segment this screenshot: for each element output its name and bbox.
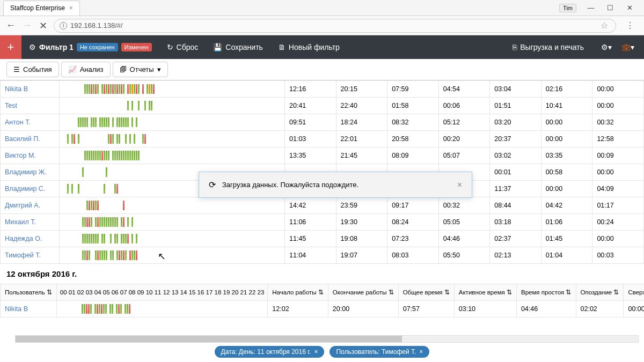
list-icon: ☰ xyxy=(13,65,20,73)
user-cell[interactable]: Nikita B xyxy=(1,81,60,98)
horizontal-scrollbar[interactable] xyxy=(15,335,639,343)
chip-date[interactable]: Дата: День: 11 октября 2016 г. × xyxy=(215,346,325,358)
sub-toolbar: ☰ События 📈 Анализ 🗐 Отчеты ▾ xyxy=(0,59,644,80)
value-cell: 00:00 xyxy=(541,181,592,197)
user-cell[interactable]: Антон Т. xyxy=(1,114,60,131)
timeline-cell xyxy=(60,147,285,164)
new-filter-button[interactable]: 🗎 Новый фильтр xyxy=(270,43,347,51)
filter-chips: Дата: День: 11 октября 2016 г. × Пользов… xyxy=(0,344,644,360)
chip-user[interactable]: Пользователь: Тимофей Т. × xyxy=(330,346,429,358)
chip-close-icon[interactable]: × xyxy=(419,348,423,356)
back-button[interactable]: ← xyxy=(5,20,16,31)
user-cell[interactable]: Владимир С. xyxy=(1,181,60,197)
filter-menu[interactable]: ⚙ Фильтр 1 Не сохранен Изменен xyxy=(21,43,159,51)
add-button[interactable]: + xyxy=(0,35,21,59)
value-cell: 00:00 xyxy=(592,81,644,98)
value-cell: 00:24 xyxy=(592,214,644,231)
value-cell: 05:12 xyxy=(438,114,490,131)
col-user[interactable]: Пользователь ⇅ xyxy=(1,284,57,301)
value-cell: 10:41 xyxy=(541,98,592,114)
value-cell: 00:32 xyxy=(438,197,490,214)
value-cell: 01:03 xyxy=(285,131,336,147)
col-start[interactable]: Начало работы ⇅ xyxy=(268,284,328,301)
value-cell: 03:04 xyxy=(490,81,541,98)
browser-menu-button[interactable]: ⋮ xyxy=(621,20,639,31)
tab-reports[interactable]: 🗐 Отчеты ▾ xyxy=(113,62,168,77)
value-cell: 12:16 xyxy=(285,81,336,98)
dialog-close-button[interactable]: × xyxy=(457,180,462,190)
user-cell[interactable]: Test xyxy=(1,98,60,114)
value-cell: 02:16 xyxy=(541,81,592,98)
col-end[interactable]: Окончание работы ⇅ xyxy=(328,284,398,301)
forward-button[interactable]: → xyxy=(21,20,32,31)
chevron-down-icon: ▾ xyxy=(157,65,161,73)
value-cell: 22:40 xyxy=(336,98,387,114)
address-bar: ← → ✕ i 192.168.1.138/#/ ☆ ⋮ xyxy=(0,16,644,35)
save-icon: 💾 xyxy=(213,43,222,51)
info-icon[interactable]: i xyxy=(60,22,67,29)
table-row: Nikita B12:1620:1507:5904:5403:0402:1600… xyxy=(1,81,644,98)
user-cell[interactable]: Владимир Ж. xyxy=(1,164,60,181)
value-cell: 04:54 xyxy=(438,81,490,98)
user-cell[interactable]: Nikita B xyxy=(1,301,57,317)
briefcase-icon[interactable]: 💼▾ xyxy=(621,43,634,51)
chart-icon: 📈 xyxy=(68,65,77,73)
value-cell: 09:51 xyxy=(285,114,336,131)
bookmark-icon[interactable]: ☆ xyxy=(601,20,608,31)
tab-title: Staffcop Enterprise xyxy=(10,4,65,12)
value-cell: 09:17 xyxy=(387,197,439,214)
loading-dialog: ⟳ Загрузка данных. Пожалуйста подождите.… xyxy=(199,172,472,198)
settings-icon[interactable]: ⚙▾ xyxy=(601,43,612,51)
col-total[interactable]: Общее время ⇅ xyxy=(398,284,454,301)
col-overtime[interactable]: Сверхурочные ⇅ xyxy=(624,284,644,301)
value-cell: 11:45 xyxy=(285,231,336,247)
col-active[interactable]: Активное время ⇅ xyxy=(454,284,516,301)
filter-label: Фильтр 1 xyxy=(39,43,74,51)
stop-button[interactable]: ✕ xyxy=(38,20,48,32)
value-cell: 08:09 xyxy=(387,147,439,164)
value-cell: 21:45 xyxy=(336,147,387,164)
close-window-button[interactable]: ✕ xyxy=(620,2,639,14)
user-cell[interactable]: Василий П. xyxy=(1,131,60,147)
value-cell: 20:15 xyxy=(336,81,387,98)
col-late[interactable]: Опоздание ⇅ xyxy=(576,284,624,301)
value-cell: 02:02 xyxy=(576,301,624,317)
tab-analysis[interactable]: 📈 Анализ xyxy=(61,62,111,77)
user-badge: Tim xyxy=(559,4,576,12)
user-cell[interactable]: Тимофей Т. xyxy=(1,247,60,264)
user-cell[interactable]: Михаил Т. xyxy=(1,214,60,231)
value-cell: 11:37 xyxy=(490,181,541,197)
report-table-2: Пользователь ⇅00 01 02 03 04 05 06 07 08… xyxy=(0,284,644,317)
value-cell: 20:37 xyxy=(490,131,541,147)
minimize-button[interactable]: — xyxy=(582,2,600,14)
tab-events[interactable]: ☰ События xyxy=(6,62,59,77)
user-cell[interactable]: Виктор М. xyxy=(1,147,60,164)
value-cell: 18:24 xyxy=(336,114,387,131)
table-row: Дмитрий А.14:4223:5909:1700:3208:4404:42… xyxy=(1,197,644,214)
url-input[interactable]: i 192.168.1.138/#/ ☆ xyxy=(54,19,616,33)
timeline-cell xyxy=(60,81,285,98)
maximize-button[interactable]: ☐ xyxy=(601,2,619,14)
value-cell: 11:04 xyxy=(285,247,336,264)
value-cell: 01:45 xyxy=(541,231,592,247)
loading-text: Загрузка данных. Пожалуйста подождите. xyxy=(222,181,358,189)
browser-tab[interactable]: Staffcop Enterprise × xyxy=(3,1,80,16)
reset-button[interactable]: ↻ Сброс xyxy=(159,43,206,51)
col-idle[interactable]: Время простоя ⇅ xyxy=(516,284,576,301)
save-button[interactable]: 💾 Сохранить xyxy=(206,43,270,51)
value-cell: 04:46 xyxy=(516,301,576,317)
value-cell: 22:01 xyxy=(336,131,387,147)
user-cell[interactable]: Надежда О. xyxy=(1,231,60,247)
export-button[interactable]: ⎘ Выгрузка и печать xyxy=(505,43,591,51)
table-row: Тимофей Т.11:0419:0708:0305:5002:1301:04… xyxy=(1,247,644,264)
user-cell[interactable]: Дмитрий А. xyxy=(1,197,60,214)
chip-close-icon[interactable]: × xyxy=(314,348,318,356)
section-date-title: 12 октября 2016 г. xyxy=(0,264,644,284)
value-cell: 14:42 xyxy=(285,197,336,214)
value-cell: 07:23 xyxy=(387,231,439,247)
value-cell: 03:18 xyxy=(490,214,541,231)
value-cell: 23:59 xyxy=(336,197,387,214)
export-icon: ⎘ xyxy=(513,43,517,51)
value-cell: 08:03 xyxy=(387,247,439,264)
close-icon[interactable]: × xyxy=(69,4,73,12)
